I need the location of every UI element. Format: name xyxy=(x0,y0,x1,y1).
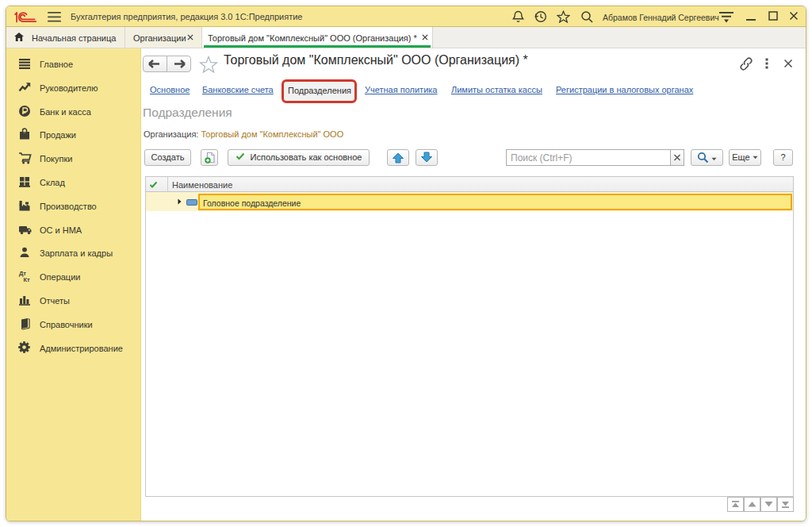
svg-text:Кт: Кт xyxy=(24,276,31,283)
